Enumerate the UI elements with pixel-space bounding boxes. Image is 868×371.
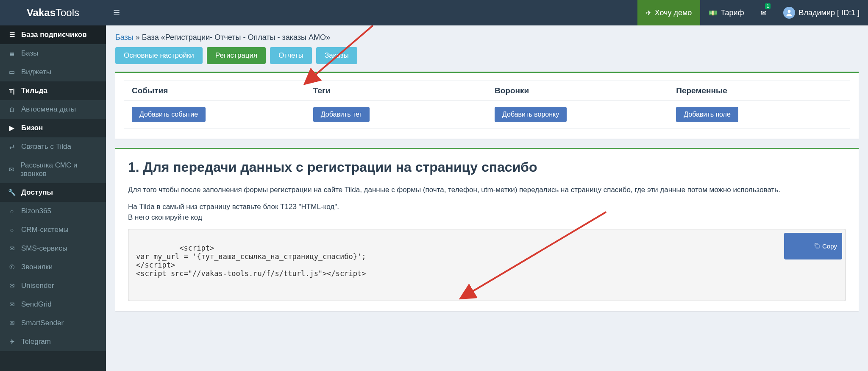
sidebar-item-icon: ✈ <box>8 338 16 346</box>
svg-point-0 <box>788 10 791 13</box>
tab-1[interactable]: Регистрация <box>207 47 266 64</box>
tabs: Основные настройкиРегистрацияОтчетыЗаказ… <box>115 47 859 64</box>
sidebar-item-icon: ✉ <box>8 245 16 252</box>
sidebar-item-icon: ○ <box>8 226 16 234</box>
col-header-1: Теги <box>306 81 487 101</box>
money-icon: 💵 <box>709 9 717 17</box>
tab-3[interactable]: Заказы <box>316 47 357 64</box>
topbar: VakasTools ☰ ✈ Хочу демо 💵 Тариф ✉ 1 Вла… <box>0 0 868 25</box>
sidebar-group-0[interactable]: ☰База подписчиков <box>0 25 106 44</box>
sidebar-item-2-0[interactable]: ⇄Связать с Tilda <box>0 137 106 156</box>
sidebar-item-0-1[interactable]: ▭Виджеты <box>0 63 106 81</box>
sidebar-item-3-3[interactable]: ✆Звонилки <box>0 258 106 276</box>
sidebar-item-3-1[interactable]: ○CRM-системы <box>0 220 106 239</box>
sidebar-group-1[interactable]: T|Тильда <box>0 81 106 100</box>
section-title: 1. Для передачи данных с регистрации на … <box>128 159 846 175</box>
brand-logo[interactable]: VakasTools <box>0 0 106 25</box>
sidebar-item-3-7[interactable]: ✈Telegram <box>0 332 106 351</box>
sidebar-item-3-5[interactable]: ✉SendGrid <box>0 295 106 314</box>
sidebar-group-icon: 🔧 <box>8 189 16 196</box>
add-button-0[interactable]: Добавить событие <box>132 107 206 122</box>
svg-rect-1 <box>816 245 819 248</box>
section-paragraph-2: На Tilda в самый низ страницу вставьте б… <box>128 201 846 223</box>
sidebar-group-3[interactable]: 🔧Доступы <box>0 183 106 202</box>
sidebar-item-icon: ✆ <box>8 263 16 271</box>
sidebar-item-icon: ✉ <box>8 166 15 173</box>
breadcrumb-link[interactable]: Базы <box>115 33 134 42</box>
envelope-icon: ✉ <box>761 9 766 17</box>
sidebar-item-0-0[interactable]: ≣Базы <box>0 44 106 63</box>
sidebar-item-1-0[interactable]: 🗓Автосмена даты <box>0 100 106 119</box>
copy-icon <box>789 235 820 257</box>
sidebar-item-2-1[interactable]: ✉Рассылка СМС и звонков <box>0 156 106 183</box>
col-header-3: Переменные <box>668 81 850 101</box>
section-paragraph-1: Для того чтобы после заполнения формы ре… <box>128 184 846 195</box>
mail-badge: 1 <box>765 3 771 9</box>
code-block: <script> var my_url = '{тут_ваша_ссылка_… <box>128 229 846 301</box>
sidebar-toggle[interactable]: ☰ <box>106 0 127 25</box>
col-header-0: События <box>124 81 306 101</box>
sidebar: ☰База подписчиков≣Базы▭ВиджетыT|Тильда🗓А… <box>0 25 106 371</box>
sidebar-item-icon: 🗓 <box>8 106 16 113</box>
mail-button[interactable]: ✉ 1 <box>752 0 775 25</box>
registration-config-card: СобытияТегиВоронкиПеременные Добавить со… <box>115 72 859 139</box>
breadcrumb: Базы » База «Регистрации- Отчеты - Оплат… <box>115 33 859 42</box>
sidebar-group-2[interactable]: ▶Бизон <box>0 119 106 137</box>
sidebar-item-icon: ✉ <box>8 282 16 290</box>
tab-2[interactable]: Отчеты <box>270 47 312 64</box>
instructions-card: 1. Для передачи данных с регистрации на … <box>115 148 859 311</box>
demo-button[interactable]: ✈ Хочу демо <box>637 0 701 25</box>
sidebar-item-icon: ▭ <box>8 68 16 76</box>
sidebar-item-3-6[interactable]: ✉SmartSender <box>0 314 106 332</box>
sidebar-item-icon: ✉ <box>8 319 16 327</box>
sidebar-item-3-2[interactable]: ✉SMS-сервисы <box>0 239 106 258</box>
sidebar-item-icon: ⇄ <box>8 143 16 151</box>
sidebar-item-icon: ○ <box>8 208 16 215</box>
sidebar-item-3-4[interactable]: ✉Unisender <box>0 276 106 295</box>
tariff-link[interactable]: 💵 Тариф <box>700 0 752 25</box>
copy-button[interactable]: Copy <box>784 233 842 259</box>
sidebar-group-icon: ☰ <box>8 31 16 39</box>
code-text: <script> var my_url = '{тут_ваша_ссылка_… <box>136 244 366 278</box>
config-table: СобытияТегиВоронкиПеременные Добавить со… <box>124 81 850 128</box>
paper-plane-icon: ✈ <box>646 9 651 17</box>
add-button-2[interactable]: Добавить воронку <box>495 107 567 122</box>
user-menu[interactable]: Владимир [ ID:1 ] <box>775 0 868 25</box>
add-button-3[interactable]: Добавить поле <box>676 107 738 122</box>
sidebar-group-icon: T| <box>8 87 16 95</box>
sidebar-item-icon: ≣ <box>8 50 16 57</box>
sidebar-item-icon: ✉ <box>8 301 16 308</box>
main-content: Базы » База «Регистрации- Отчеты - Оплат… <box>106 25 868 371</box>
sidebar-item-3-0[interactable]: ○Bizon365 <box>0 202 106 220</box>
col-header-2: Воронки <box>487 81 668 101</box>
avatar <box>783 7 795 19</box>
sidebar-group-icon: ▶ <box>8 124 16 132</box>
tab-0[interactable]: Основные настройки <box>115 47 203 64</box>
add-button-1[interactable]: Добавить тег <box>313 107 370 122</box>
